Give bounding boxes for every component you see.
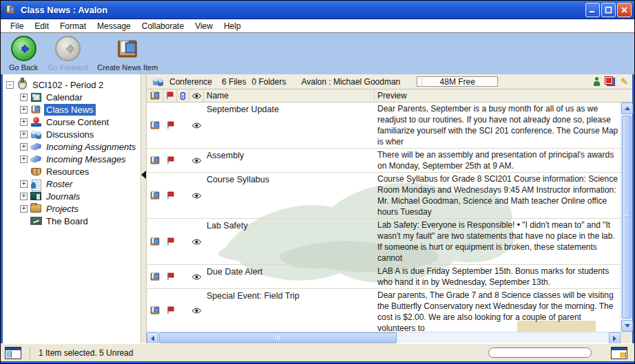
flag-icon — [167, 272, 174, 281]
tree-item-resources[interactable]: Resources — [3, 165, 140, 178]
eye-icon — [191, 308, 202, 314]
scrollbar-corner — [621, 332, 632, 343]
item-name: September Update — [207, 105, 279, 114]
news-item-row[interactable]: Special Event: Field Trip Dear parents, … — [147, 289, 621, 332]
go-back-button[interactable]: Go Back — [8, 36, 39, 72]
back-arrow-icon — [11, 36, 37, 61]
create-news-item-label: Create News Item — [97, 63, 158, 72]
tree-item-incoming-assignments[interactable]: + Incoming Assignments — [3, 140, 140, 153]
tree-item-incoming-messages[interactable]: + Incoming Messages — [3, 153, 140, 165]
collapse-sidebar-arrow-icon[interactable] — [141, 171, 146, 179]
news-list-panel: Conference 6 Files 0 Folders Avalon : Mi… — [147, 74, 632, 343]
tree-item-projects[interactable]: + Projects — [3, 202, 140, 215]
expand-toggle[interactable]: + — [20, 131, 28, 138]
menu-format[interactable]: Format — [56, 20, 93, 32]
scroll-right-button[interactable] — [609, 332, 621, 344]
expand-toggle[interactable]: + — [20, 205, 28, 213]
course-content-icon — [31, 118, 41, 127]
preview-column-header[interactable]: Preview — [375, 89, 632, 102]
news-item-row[interactable]: Lab Safety Lab Safety: Everyone is Respo… — [147, 219, 621, 265]
tree-item-journals[interactable]: + Journals — [3, 190, 140, 202]
scroll-left-button[interactable] — [147, 332, 158, 344]
sidebar-splitter[interactable] — [141, 74, 147, 343]
split-view-toggle-icon[interactable] — [5, 347, 21, 359]
collapse-toggle[interactable]: - — [6, 81, 14, 89]
name-column-header[interactable]: Name — [204, 89, 375, 102]
menu-collaborate[interactable]: Collaborate — [138, 20, 191, 32]
conference-icon — [152, 77, 164, 86]
tree-item-class-news[interactable]: + Class News — [3, 103, 140, 116]
flag-icon — [166, 92, 174, 100]
conference-tree-sidebar: - SCI102 - Period 2 + Calendar + Class N… — [3, 74, 141, 343]
expand-toggle[interactable]: + — [20, 118, 28, 126]
menu-help[interactable]: Help — [220, 20, 248, 32]
forward-arrow-icon — [55, 36, 81, 61]
panel-layout-icon[interactable] — [611, 347, 627, 359]
menu-edit[interactable]: Edit — [30, 20, 56, 32]
tree-item-calendar[interactable]: + Calendar — [3, 91, 140, 103]
resources-icon — [31, 168, 41, 175]
layered-squares-icon[interactable] — [605, 77, 615, 86]
news-item-row[interactable]: Course Syllabus Course Syllabus for Grad… — [147, 173, 621, 219]
item-name: Assembly — [207, 151, 244, 160]
menu-view[interactable]: View — [191, 20, 220, 32]
conference-info-bar: Conference 6 Files 0 Folders Avalon : Mi… — [147, 74, 632, 89]
menu-file[interactable]: File — [6, 20, 30, 32]
scroll-up-button[interactable] — [621, 103, 633, 114]
folders-count: 0 Folders — [251, 77, 286, 87]
news-item-row[interactable]: Assembly There will be an assembly and p… — [147, 149, 621, 173]
item-name: Due Date Alert — [207, 267, 262, 277]
incoming-icon — [30, 156, 41, 163]
expand-toggle[interactable]: + — [20, 156, 28, 163]
minimize-button[interactable] — [585, 3, 600, 17]
presence-person-icon[interactable] — [594, 77, 600, 86]
tree-item-roster[interactable]: + Roster — [3, 178, 140, 190]
status-text: 1 Item selected. 5 Unread — [39, 348, 133, 358]
expand-toggle[interactable]: + — [20, 193, 28, 200]
vertical-scroll-thumb[interactable] — [622, 116, 632, 319]
tree-item-course-content[interactable]: + Course Content — [3, 116, 140, 128]
news-item-row[interactable]: September Update Dear Parents, September… — [147, 103, 621, 149]
expand-toggle[interactable]: + — [20, 94, 28, 101]
eye-icon — [191, 239, 202, 245]
tree-item-the-board[interactable]: The Board — [3, 215, 140, 227]
item-preview: Dear Parents, September is a busy month … — [375, 103, 621, 148]
eye-icon — [191, 158, 202, 164]
horizontal-scrollbar[interactable] — [147, 332, 632, 343]
unread-column[interactable] — [189, 89, 204, 102]
item-name: Course Syllabus — [207, 175, 269, 184]
menu-message[interactable]: Message — [93, 20, 138, 32]
news-item-icon — [151, 237, 160, 245]
expand-toggle[interactable]: + — [20, 143, 28, 151]
go-forward-button[interactable]: Go Forward — [46, 36, 89, 72]
item-type-column[interactable] — [147, 89, 163, 102]
expand-toggle[interactable]: + — [20, 106, 28, 114]
flag-column[interactable] — [163, 89, 177, 102]
item-preview: There will be an assembly and presentati… — [375, 149, 621, 172]
flask-icon — [18, 80, 27, 89]
tree-item-discussions[interactable]: + Discussions — [3, 128, 140, 140]
pencil-icon[interactable]: ✎ — [621, 77, 628, 86]
free-space-value: 48M Free — [440, 77, 475, 87]
news-item-icon — [151, 306, 160, 314]
tree-item-sci102[interactable]: - SCI102 - Period 2 — [3, 78, 140, 91]
flag-icon — [167, 121, 174, 129]
maximize-button[interactable] — [601, 3, 616, 17]
scroll-down-button[interactable] — [621, 320, 633, 332]
create-news-item-button[interactable]: Create News Item — [96, 36, 159, 72]
news-item-row[interactable]: Due Date Alert LAB A is due Friday Septe… — [147, 265, 621, 289]
conference-type-label: Conference — [169, 77, 212, 87]
news-item-icon — [151, 272, 160, 280]
vertical-scrollbar[interactable] — [621, 103, 632, 332]
close-button[interactable] — [617, 3, 632, 17]
horizontal-scroll-thumb[interactable] — [159, 332, 397, 343]
window-title: Class News : Avalon — [21, 5, 585, 15]
flag-icon — [167, 191, 174, 200]
flag-icon — [167, 306, 174, 314]
eye-icon — [191, 93, 202, 99]
item-name: Special Event: Field Trip — [207, 291, 300, 301]
expand-toggle[interactable]: + — [20, 180, 28, 188]
server-user-label: Avalon : Michael Goodman — [301, 77, 400, 87]
item-preview: Lab Safety: Everyone is Responsible! • "… — [375, 219, 621, 264]
attachment-column[interactable] — [177, 89, 189, 102]
